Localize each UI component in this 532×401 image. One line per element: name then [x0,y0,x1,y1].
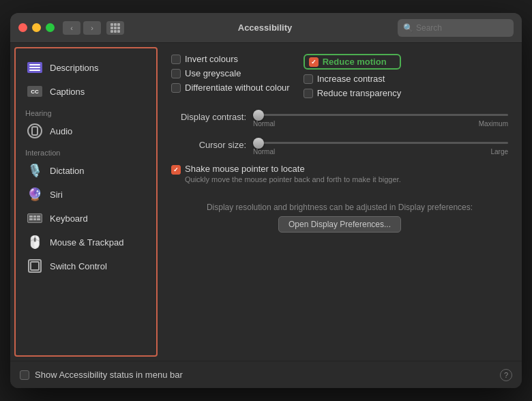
sidebar-item-audio[interactable]: Audio [18,119,153,143]
sidebar-item-captions[interactable]: CC Captions [18,80,153,103]
reduce-transparency-label: Reduce transparency [317,88,402,98]
increase-contrast-checkbox[interactable] [304,74,313,84]
cursor-size-row: Cursor size: Normal Large [171,134,508,155]
sidebar: Descriptions CC Captions Hearing Audio I… [14,47,158,357]
help-button[interactable]: ? [500,369,512,381]
captions-icon: CC [27,83,43,100]
keyboard-icon [27,210,43,226]
descriptions-icon [27,59,43,76]
increase-contrast-row: Increase contrast [304,74,402,84]
sidebar-label-audio: Audio [50,126,72,136]
content-area: Descriptions CC Captions Hearing Audio I… [10,43,522,361]
differentiate-label: Differentiate without colour [185,83,290,93]
display-contrast-label: Display contrast: [171,112,246,122]
checkbox-col-1: Invert colours Use greyscale Differentia… [171,54,290,98]
display-contrast-slider[interactable] [253,114,508,116]
titlebar: ‹ › Accessibility 🔍 [10,13,522,43]
sidebar-item-descriptions[interactable]: Descriptions [18,56,153,79]
sidebar-label-captions: Captions [50,87,85,97]
shake-mouse-row: Shake mouse pointer to locate Quickly mo… [171,164,508,183]
cursor-size-slider[interactable] [253,142,508,144]
shake-mouse-title: Shake mouse pointer to locate [185,164,401,174]
sidebar-label-switch-control: Switch Control [50,261,107,271]
sidebar-item-siri[interactable]: 🔮 Siri [18,183,153,206]
mouse-icon: 🖱️ [27,234,43,250]
sidebar-label-keyboard: Keyboard [50,213,88,224]
use-greyscale-row: Use greyscale [171,68,290,78]
differentiate-row: Differentiate without colour [171,83,290,93]
minimize-button[interactable] [32,23,41,32]
display-contrast-min-label: Normal [253,120,275,128]
forward-button[interactable]: › [83,21,101,35]
shake-mouse-checkbox[interactable] [171,165,181,175]
cursor-size-max-label: Large [490,148,508,155]
search-bar[interactable]: 🔍 [398,19,514,37]
shake-text: Shake mouse pointer to locate Quickly mo… [185,164,401,183]
cursor-size-min-label: Normal [253,148,275,155]
reduce-motion-label: Reduce motion [323,57,387,67]
sidebar-item-keyboard[interactable]: Keyboard [18,207,153,230]
display-contrast-slider-labels: Normal Maximum [253,120,508,128]
differentiate-checkbox[interactable] [171,83,181,93]
status-menu-bar-checkbox[interactable] [20,370,29,380]
open-display-preferences-button[interactable]: Open Display Preferences... [278,216,401,233]
grid-button[interactable] [106,21,124,35]
main-window: ‹ › Accessibility 🔍 [10,13,522,388]
sidebar-label-siri: Siri [50,190,63,200]
bottom-bar: Show Accessibility status in menu bar ? [10,361,522,388]
sidebar-label-descriptions: Descriptions [50,63,99,73]
display-contrast-max-label: Maximum [479,120,508,128]
reduce-motion-row: Reduce motion [304,54,402,70]
window-title: Accessibility [132,23,398,33]
reduce-transparency-row: Reduce transparency [304,88,402,98]
display-contrast-row: Display contrast: Normal Maximum [171,106,508,128]
section-header-hearing: Hearing [16,104,156,119]
section-header-interaction: Interaction [16,143,156,158]
cursor-size-slider-labels: Normal Large [253,148,508,155]
display-contrast-slider-container: Normal Maximum [253,106,508,128]
back-button[interactable]: ‹ [63,21,80,35]
traffic-lights [18,23,55,32]
invert-colours-label: Invert colours [185,54,238,64]
use-greyscale-label: Use greyscale [185,68,241,78]
switch-control-icon [27,258,43,274]
nav-buttons: ‹ › [63,21,101,35]
checkbox-columns: Invert colours Use greyscale Differentia… [171,54,508,98]
invert-colours-checkbox[interactable] [171,55,181,64]
display-note-section: Display resolution and brightness can be… [171,197,508,233]
reduce-transparency-checkbox[interactable] [304,89,313,98]
checkbox-col-2: Reduce motion Increase contrast Reduce t… [304,54,402,98]
close-button[interactable] [18,23,27,32]
status-menu-bar-label: Show Accessibility status in menu bar [35,370,494,380]
grid-icon [110,23,120,33]
main-panel: Invert colours Use greyscale Differentia… [158,43,522,361]
audio-icon [27,123,43,139]
sidebar-item-switch-control[interactable]: Switch Control [18,254,153,278]
dictation-icon: 🎙️ [27,162,43,179]
sliders-section: Display contrast: Normal Maximum Cursor … [171,106,508,155]
sidebar-label-mouse-trackpad: Mouse & Trackpad [50,237,123,248]
invert-colours-row: Invert colours [171,54,290,64]
increase-contrast-label: Increase contrast [317,74,385,84]
shake-mouse-desc: Quickly move the mouse pointer back and … [185,175,401,183]
search-input[interactable] [416,23,508,33]
maximize-button[interactable] [46,23,55,32]
display-note-text: Display resolution and brightness can be… [171,203,508,212]
use-greyscale-checkbox[interactable] [171,69,181,78]
sidebar-item-mouse-trackpad[interactable]: 🖱️ Mouse & Trackpad [18,231,153,254]
sidebar-item-dictation[interactable]: 🎙️ Dictation [18,159,153,182]
search-icon: 🔍 [403,23,413,33]
reduce-motion-checkbox[interactable] [309,57,319,67]
sidebar-label-dictation: Dictation [50,166,85,176]
siri-icon: 🔮 [27,186,43,203]
cursor-size-label: Cursor size: [171,140,246,150]
cursor-size-slider-container: Normal Large [253,134,508,155]
